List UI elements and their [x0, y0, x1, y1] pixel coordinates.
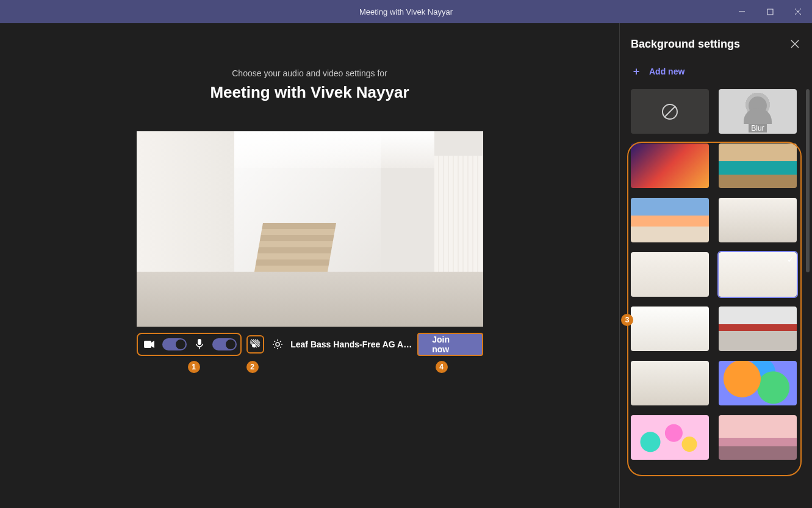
annotation-badge-4: 4	[436, 361, 448, 373]
annotation-badge-1: 1	[188, 361, 200, 373]
background-option-image[interactable]	[631, 415, 709, 460]
add-new-label: Add new	[649, 67, 684, 76]
svg-point-8	[276, 343, 279, 346]
background-settings-panel: Background settings + Add new Blur	[619, 23, 812, 508]
background-option-image[interactable]	[631, 307, 709, 351]
main-area: Choose your audio and video settings for…	[0, 23, 619, 508]
background-option-blur[interactable]: Blur	[719, 89, 797, 134]
meeting-title: Meeting with Vivek Nayyar	[210, 83, 409, 102]
background-option-image[interactable]	[719, 415, 797, 460]
annotation-badge-2: 2	[246, 361, 259, 373]
minimize-button[interactable]	[728, 0, 756, 23]
background-option-image-selected[interactable]: ✓	[719, 252, 797, 297]
title-bar: Meeting with Vivek Nayyar	[0, 0, 812, 23]
video-preview	[137, 131, 483, 327]
svg-line-12	[664, 106, 675, 117]
controls-row: Leaf Bass Hands-Free AG Au… Join now 1 2…	[137, 333, 483, 356]
panel-title: Background settings	[631, 38, 740, 51]
background-option-image[interactable]	[719, 361, 797, 405]
audio-device-label[interactable]: Leaf Bass Hands-Free AG Au…	[290, 339, 412, 349]
av-toggle-group	[137, 333, 242, 356]
maximize-button[interactable]	[756, 0, 784, 23]
close-window-button[interactable]	[784, 0, 812, 23]
camera-icon	[142, 336, 157, 352]
background-option-image[interactable]	[719, 198, 797, 242]
microphone-toggle[interactable]	[212, 338, 237, 350]
window-title: Meeting with Vivek Nayyar	[359, 7, 453, 16]
annotation-badge-3: 3	[621, 314, 633, 326]
background-option-image[interactable]	[631, 143, 709, 188]
background-grid: Blur ✓	[631, 89, 807, 460]
microphone-icon	[192, 336, 207, 352]
join-now-button[interactable]: Join now	[417, 333, 483, 356]
background-option-image[interactable]	[631, 361, 709, 405]
camera-toggle[interactable]	[162, 338, 187, 350]
settings-gear-button[interactable]	[269, 336, 286, 353]
blur-label: Blur	[749, 124, 766, 132]
svg-rect-1	[767, 9, 773, 15]
scrollbar[interactable]	[806, 89, 810, 272]
background-option-image[interactable]	[631, 252, 709, 297]
background-option-none[interactable]	[631, 89, 709, 134]
background-option-image[interactable]	[631, 198, 709, 242]
close-panel-button[interactable]	[786, 35, 803, 53]
settings-subtitle: Choose your audio and video settings for	[232, 68, 387, 78]
svg-rect-5	[198, 339, 201, 345]
background-option-image[interactable]	[719, 143, 797, 188]
background-effects-button[interactable]	[246, 335, 264, 354]
plus-icon: +	[631, 66, 642, 77]
window-controls	[728, 0, 812, 23]
add-new-button[interactable]: + Add new	[631, 66, 807, 77]
check-icon: ✓	[787, 255, 794, 264]
svg-rect-4	[144, 341, 151, 348]
join-now-label: Join now	[432, 335, 468, 354]
background-option-image[interactable]	[719, 307, 797, 351]
